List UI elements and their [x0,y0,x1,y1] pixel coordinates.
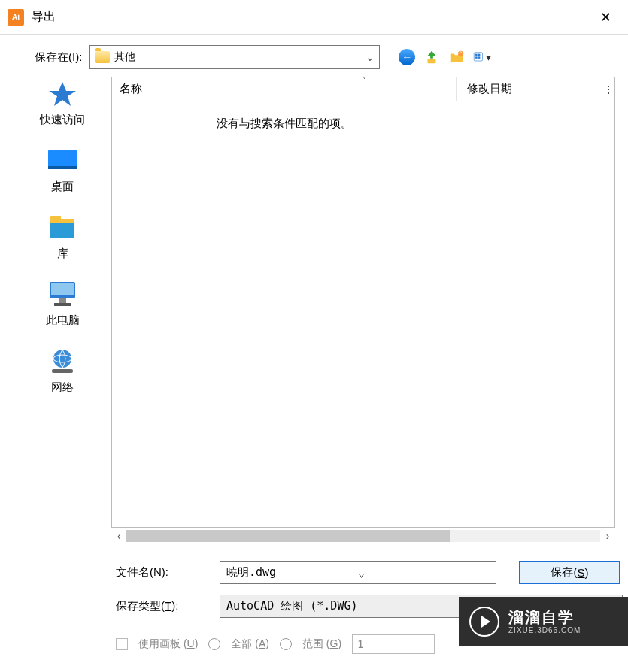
svg-point-17 [53,350,71,368]
place-desktop[interactable]: 桌面 [14,147,111,194]
svg-rect-15 [59,298,66,303]
svg-rect-11 [50,216,61,220]
range-input[interactable] [352,634,435,654]
column-date[interactable]: 修改日期 [457,77,602,101]
svg-rect-0 [428,59,436,64]
file-type-label: 保存类型(T): [116,599,211,613]
svg-rect-12 [50,223,74,238]
watermark: 溜溜自学 ZIXUE.3D66.COM [459,597,628,646]
location-combo[interactable]: 其他 ⌄ [89,45,380,69]
play-icon [469,607,499,637]
views-button[interactable]: ▾ [473,48,491,66]
place-label: 快速访问 [40,113,85,127]
back-button[interactable]: ← [398,48,416,66]
range-radio[interactable] [280,638,292,650]
titlebar: Ai 导出 ✕ [0,0,628,35]
views-icon [473,49,484,65]
scroll-track[interactable] [126,530,600,542]
all-radio[interactable] [208,638,220,650]
libraries-icon [47,213,78,242]
svg-rect-3 [475,54,478,56]
file-name-value: 曉明.dwg [226,565,358,580]
svg-rect-16 [54,303,71,306]
place-label: 此电脑 [46,313,80,328]
svg-rect-14 [51,283,74,295]
svg-rect-9 [48,166,77,169]
file-name-input[interactable]: 曉明.dwg ⌄ [220,561,496,584]
place-label: 桌面 [51,180,74,194]
svg-marker-7 [49,82,76,106]
app-icon: Ai [8,9,24,26]
place-network[interactable]: 网络 [14,347,111,395]
nav-toolbar: ← ▾ [398,48,491,66]
file-list: 名称 ˄ 修改日期 ⋮ 没有与搜索条件匹配的项。 [111,77,615,528]
watermark-title: 溜溜自学 [508,608,581,626]
up-arrow-icon [423,49,440,65]
desktop-icon [47,147,78,175]
use-artboard-label: 使用画板 (U) [138,637,198,651]
this-pc-icon [47,280,78,309]
window-title: 导出 [32,9,56,25]
svg-rect-5 [475,56,478,59]
scroll-right-button[interactable]: › [600,530,615,542]
quick-access-icon [47,80,78,108]
list-header: 名称 ˄ 修改日期 ⋮ [112,77,614,101]
sort-caret-icon: ˄ [362,76,366,84]
column-more[interactable]: ⋮ [602,77,614,101]
svg-rect-19 [52,369,73,373]
horizontal-scrollbar[interactable]: ‹ › [111,528,615,544]
use-artboard-checkbox[interactable] [116,638,128,650]
all-label: 全部 (A) [231,637,269,651]
place-label: 库 [57,247,68,261]
svg-rect-6 [478,56,481,59]
place-label: 网络 [51,380,74,395]
save-in-label: 保存在(I): [35,50,82,65]
column-name[interactable]: 名称 ˄ [112,77,457,101]
chevron-down-icon: ▾ [486,51,491,63]
back-icon: ← [399,49,415,65]
scroll-left-button[interactable]: ‹ [111,530,126,542]
place-this-pc[interactable]: 此电脑 [14,280,111,328]
network-icon [47,347,78,376]
place-quick-access[interactable]: 快速访问 [14,80,111,127]
empty-message: 没有与搜索条件匹配的项。 [112,117,457,131]
places-bar: 快速访问 桌面 库 此电脑 网络 [14,77,111,544]
chevron-down-icon: ⌄ [366,51,375,63]
new-folder-button[interactable] [447,48,466,66]
file-type-value: AutoCAD 绘图 (*.DWG) [226,599,358,613]
main-area: 快速访问 桌面 库 此电脑 网络 [0,77,628,544]
chevron-down-icon: ⌄ [358,566,490,580]
new-folder-icon [448,49,465,65]
up-one-level-button[interactable] [423,49,440,65]
place-libraries[interactable]: 库 [14,213,111,261]
watermark-url: ZIXUE.3D66.COM [508,626,581,635]
folder-icon [95,51,110,63]
location-value: 其他 [114,50,361,64]
save-button[interactable]: 保存(S) [519,561,620,584]
scroll-thumb[interactable] [126,530,450,542]
file-name-label: 文件名(N): [116,565,211,580]
close-button[interactable]: ✕ [590,6,620,29]
list-body: 没有与搜索条件匹配的项。 [112,101,614,527]
file-name-row: 文件名(N): 曉明.dwg ⌄ 保存(S) [116,561,628,584]
svg-rect-4 [478,54,481,56]
range-label: 范围 (G) [302,637,341,651]
location-row: 保存在(I): 其他 ⌄ ← [0,35,628,77]
